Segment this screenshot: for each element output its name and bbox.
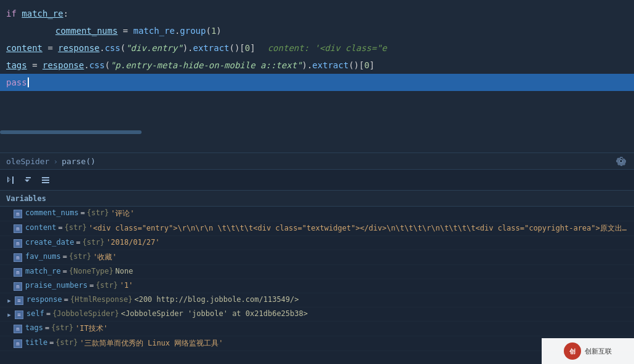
var-row-create_date: m create_date = {str} '2018/01/27': [0, 236, 634, 250]
var-type-icon-10: m: [14, 339, 22, 348]
breadcrumb-part-1: oleSpider: [6, 157, 49, 166]
scrollbar-thumb[interactable]: [0, 130, 142, 134]
expand-arrow-response[interactable]: ▶: [5, 296, 14, 305]
code-line-7: [0, 108, 634, 125]
var-row-tags: m tags = {str} 'IT技术': [0, 322, 634, 336]
var-row-content: m content = {str} '<div class="entry">\r…: [0, 221, 634, 236]
svg-rect-0: [12, 176, 14, 184]
var-type-icon-6: m: [14, 282, 22, 291]
var-row-comment_nums: m comment_nums = {str} '评论': [0, 207, 634, 221]
watermark-logo: 创: [564, 342, 581, 360]
svg-text:创: 创: [569, 348, 576, 355]
var-type-icon-7: ≡: [15, 296, 23, 305]
keyword-if: if: [6, 9, 17, 18]
var-tags: tags: [6, 60, 27, 70]
settings-button[interactable]: [614, 154, 628, 168]
step-into-button[interactable]: [5, 174, 17, 186]
var-row-title: m title = {str} '三款简单而优秀的 Linux 网络监视工具': [0, 336, 634, 351]
variables-list: m comment_nums = {str} '评论' m content = …: [0, 207, 634, 364]
var-row-praise_numbers: m praise_numbers = {str} '1': [0, 279, 634, 293]
var-row-self[interactable]: ▶ ≡ self = {JobboleSpider} <JobboleSpide…: [0, 307, 634, 322]
var-content: content: [6, 43, 42, 53]
step-over-icon: [23, 175, 33, 185]
title-var-name: title: [25, 338, 47, 347]
watermark-logo-icon: 创: [566, 344, 579, 358]
horizontal-scrollbar[interactable]: [0, 129, 634, 135]
text-cursor: [28, 77, 29, 87]
variables-label: Variables: [6, 194, 46, 203]
variables-header: Variables: [0, 191, 634, 207]
svg-rect-1: [42, 177, 49, 178]
breadcrumb-part-2: parse(): [62, 157, 95, 166]
var-type-icon-8: ≡: [15, 311, 23, 319]
svg-rect-2: [42, 180, 49, 181]
var-type-icon-5: m: [14, 268, 22, 277]
breadcrumb-separator: ›: [53, 157, 58, 166]
code-line-6: [0, 91, 634, 108]
step-over-button[interactable]: [22, 174, 34, 186]
var-type-icon-9: m: [14, 325, 22, 333]
code-line-1: if match_re :: [0, 5, 634, 22]
watermark-text: 创新互联: [585, 347, 612, 355]
var-response: response: [58, 43, 99, 53]
var-row-match_re: m match_re = {NoneType} None: [0, 265, 634, 279]
watermark: 创 创新互联: [542, 338, 634, 364]
gear-icon: [616, 156, 626, 166]
fn-extract: extract: [193, 43, 230, 53]
keyword-pass: pass: [6, 77, 27, 87]
code-editor[interactable]: if match_re : comment_nums = match_re . …: [0, 0, 634, 135]
code-line-3: content = response . css ( "div.entry" )…: [0, 39, 634, 57]
fn-css: css: [105, 43, 120, 53]
watermark-line1: 创新互联: [585, 347, 612, 355]
var-response2: response: [42, 60, 84, 70]
var-comment_nums: comment_nums: [55, 26, 118, 36]
fn-css2: css: [89, 60, 105, 70]
expand-arrow-self[interactable]: ▶: [5, 311, 14, 319]
fn-group: group: [180, 26, 206, 36]
var-type-icon-2: m: [14, 224, 22, 233]
list-button[interactable]: [39, 174, 52, 186]
breadcrumb: oleSpider › parse(): [0, 152, 634, 170]
code-line-4: tags = response . css ( "p.entry-meta-hi…: [0, 57, 634, 74]
var-type-icon: m: [14, 210, 22, 218]
fn-match_re: match_re: [133, 26, 174, 36]
var-type-icon-3: m: [14, 239, 22, 248]
var-match_re: match_re: [22, 9, 63, 18]
list-icon: [41, 175, 50, 185]
debug-toolbar: [0, 170, 634, 191]
var-row-response[interactable]: ▶ ≡ response = {HtmlResponse} <200 http:…: [0, 293, 634, 307]
svg-rect-3: [42, 182, 49, 183]
var-type-icon-4: m: [14, 253, 22, 262]
fn-extract2: extract: [312, 60, 348, 70]
code-line-2: comment_nums = match_re . group ( 1 ): [0, 22, 634, 39]
debug-panel: oleSpider › parse(): [0, 152, 634, 364]
step-into-icon: [6, 175, 16, 185]
code-line-5: pass: [0, 74, 634, 91]
var-row-fav_nums: m fav_nums = {str} '收藏': [0, 250, 634, 265]
